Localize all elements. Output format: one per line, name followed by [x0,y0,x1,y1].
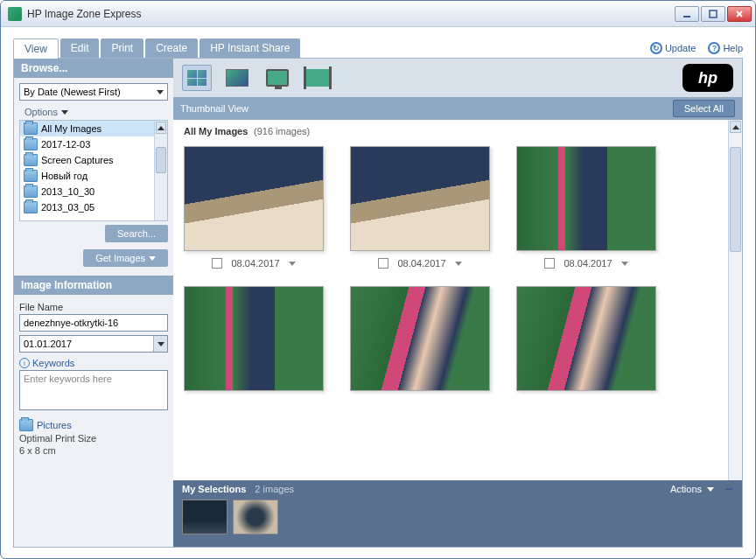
thumbnail-image[interactable] [350,286,490,391]
chevron-down-icon[interactable] [455,262,462,266]
app-icon [8,7,22,21]
folder-icon [19,419,33,431]
folder-list: All My Images 2017-12-03 Screen Captures… [19,120,168,221]
gallery-title: All My Images (916 images) [173,120,742,143]
chevron-down-icon [149,256,156,261]
folder-scrollbar[interactable] [154,121,167,220]
thumbnail-item[interactable]: 08.04.2017 [516,146,656,269]
svg-rect-0 [683,16,690,17]
folder-icon [24,201,38,213]
browse-header: Browse... [14,59,173,78]
tab-print[interactable]: Print [101,38,144,58]
tab-share[interactable]: HP Instant Share [200,38,300,58]
print-size-label: Optimal Print Size [19,433,168,444]
thumbnail-image[interactable] [516,146,656,251]
options-toggle[interactable]: Options [19,104,168,120]
folder-item[interactable]: Новый год [20,168,167,184]
thumbnail-checkbox[interactable] [212,258,222,269]
thumbnail-item[interactable]: 08.04.2017 [350,146,490,269]
actions-menu[interactable]: Actions [670,484,714,494]
grid-icon [187,70,206,86]
thumbnail-date: 08.04.2017 [231,258,279,269]
location-link[interactable]: Pictures [19,419,168,431]
thumbnail-image[interactable] [516,286,656,391]
titlebar: HP Image Zone Express [1,1,755,27]
selections-label: My Selections [182,484,246,494]
selections-panel: My Selections 2 images Actions [173,480,742,547]
svg-rect-1 [710,10,717,17]
thumbnail-header: Thumbnail View Select All [173,97,742,120]
slideshow-icon [306,69,329,87]
hp-logo: hp [682,64,733,92]
image-icon [226,69,248,87]
monitor-icon [266,69,289,87]
thumbnail-date: 08.04.2017 [564,258,612,269]
gallery: All My Images (916 images) 08.04.2017 08… [173,120,742,480]
folder-icon [24,138,38,150]
slideshow-button[interactable] [303,65,332,91]
search-button[interactable]: Search... [105,225,168,242]
help-icon: ? [708,42,720,54]
collapse-button[interactable] [724,485,733,493]
single-view-button[interactable] [222,65,252,91]
thumbnail-view-button[interactable] [182,65,212,91]
keywords-input[interactable]: Enter keywords here [19,370,168,410]
thumbnail-item[interactable] [184,286,324,391]
sort-dropdown[interactable]: By Date (Newest First) [19,83,168,101]
tab-view[interactable]: View [13,38,59,59]
thumbnail-checkbox[interactable] [378,258,388,269]
help-link[interactable]: ?Help [708,42,743,54]
folder-item[interactable]: 2013_03_05 [20,199,167,215]
main-tabs: View Edit Print Create HP Instant Share … [13,38,743,59]
thumbnail-checkbox[interactable] [544,258,555,269]
chevron-down-icon [61,110,68,115]
folder-icon [24,154,38,166]
thumbnail-item[interactable] [516,286,656,391]
gallery-scrollbar[interactable] [728,120,742,480]
chevron-down-icon[interactable] [621,262,628,266]
folder-item[interactable]: 2017-12-03 [20,136,167,152]
update-icon: ↻ [650,42,662,54]
close-button[interactable] [727,6,752,22]
selection-thumbnail[interactable] [233,500,278,535]
thumbnail-item[interactable] [350,286,490,391]
chevron-down-icon [707,487,714,492]
chevron-down-icon[interactable] [289,262,296,266]
main-content: hp Thumbnail View Select All All My Imag… [173,59,742,547]
thumbnail-view-label: Thumbnail View [180,103,248,114]
thumbnail-image[interactable] [184,286,324,391]
selection-thumbnail[interactable] [182,500,228,535]
keywords-link[interactable]: iKeywords [19,358,168,368]
folder-icon [24,185,38,198]
update-link[interactable]: ↻Update [650,42,696,54]
maximize-button[interactable] [701,6,725,22]
info-icon: i [19,358,30,368]
print-size-value: 6 x 8 cm [19,445,168,456]
filename-label: File Name [19,302,168,312]
get-images-button[interactable]: Get Images [83,249,168,267]
selections-count: 2 images [255,484,294,494]
thumbnail-image[interactable] [184,146,324,251]
chevron-down-icon [157,90,164,94]
folder-item[interactable]: 2013_10_30 [20,184,167,199]
select-all-button[interactable]: Select All [673,100,735,117]
minimize-button[interactable] [675,6,699,22]
thumbnail-date: 08.04.2017 [397,258,445,269]
tab-edit[interactable]: Edit [60,38,100,58]
date-input[interactable]: 01.01.2017 [19,335,168,353]
folder-all-images[interactable]: All My Images [20,121,167,136]
fullscreen-button[interactable] [262,65,292,91]
filename-input[interactable]: denezhnye-otkrytki-16 [19,314,168,332]
thumbnail-item[interactable]: 08.04.2017 [184,146,324,269]
info-header: Image Information [14,276,173,295]
folder-icon [24,122,38,135]
app-window: HP Image Zone Express View Edit Print Cr… [0,0,756,559]
folder-item[interactable]: Screen Captures [20,152,167,168]
sidebar: Browse... By Date (Newest First) Options… [14,59,173,547]
folder-icon [24,170,38,182]
date-dropdown-button[interactable] [153,336,167,352]
thumbnail-image[interactable] [350,146,490,251]
view-toolbar: hp [173,59,742,97]
window-title: HP Image Zone Express [27,8,675,20]
tab-create[interactable]: Create [145,38,198,58]
